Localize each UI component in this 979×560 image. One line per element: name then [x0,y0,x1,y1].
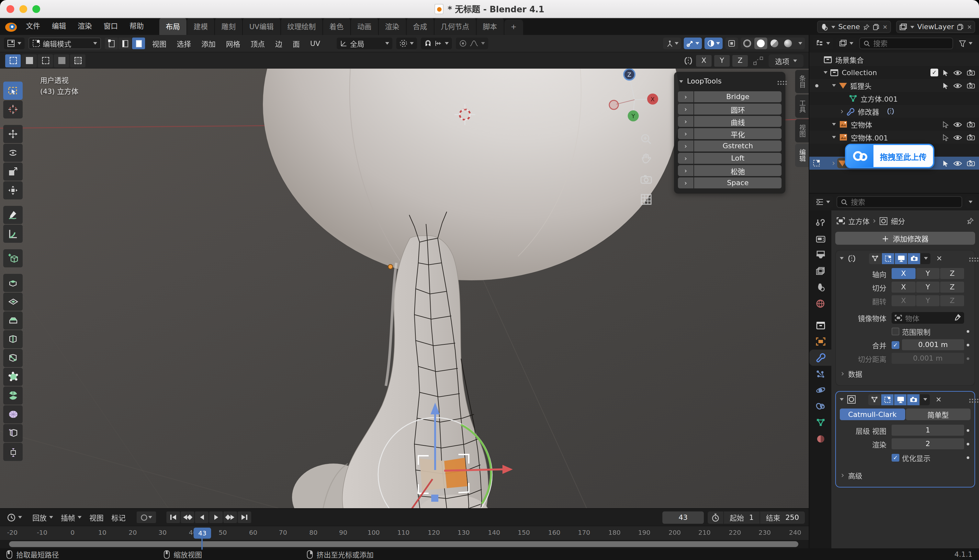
menu-uv[interactable]: UV [307,39,324,48]
advanced-section-toggle[interactable]: › 高级 [836,467,974,483]
pin-icon[interactable] [967,217,974,224]
selectable-icon[interactable] [943,121,949,128]
modifier-grip-icon[interactable] [969,258,971,259]
row-collection[interactable]: Collection ✓ [809,66,979,79]
tab-tool-properties[interactable] [809,214,831,230]
show-on-cage-toggle[interactable] [868,394,881,405]
menu-edge[interactable]: 边 [272,38,285,48]
mirror-object-field[interactable]: 物体 [892,312,964,323]
menu-add[interactable]: 添加 [198,38,219,48]
tool-poly-build[interactable] [3,368,23,386]
sidebar-tab-tool[interactable]: 工具 [795,95,809,118]
pin-icon[interactable] [863,23,870,30]
catmull-clark-button[interactable]: Catmull-Clark [840,408,905,420]
simple-button[interactable]: 简单型 [906,408,971,420]
bisect-y-button[interactable]: Y [916,282,939,293]
sidebar-tab-view[interactable]: 视图 [795,119,809,142]
solid-shading-button[interactable] [754,38,767,49]
snap-dropdown[interactable] [420,38,452,49]
eye-icon[interactable] [953,122,962,127]
proportional-edit-buttons[interactable] [455,38,488,49]
tab-material-properties[interactable] [809,430,831,447]
tab-uv-editing[interactable]: UV编辑 [243,17,280,35]
camera-icon[interactable] [967,134,975,140]
tool-annotate[interactable] [3,206,23,224]
modifier-grip-icon[interactable] [969,399,971,400]
tool-knife[interactable] [3,349,23,367]
row-cube-001-data[interactable]: 立方体.001 [809,92,979,105]
add-modifier-button[interactable]: + 添加修改器 [835,232,975,245]
add-workspace-button[interactable]: + [504,19,523,35]
tool-add-cube[interactable] [3,249,23,267]
eye-icon[interactable] [953,160,962,166]
levels-render-field[interactable]: 2 [892,438,964,449]
timeline-editor-type-button[interactable] [4,512,25,523]
tab-scripting[interactable]: 脚本 [476,17,504,35]
eye-icon[interactable] [953,83,962,88]
balloon-head-mesh[interactable] [263,68,680,280]
copy-icon[interactable] [957,23,964,30]
merge-value-field[interactable]: 0.001 m [902,339,964,350]
gstretch-expand-button[interactable]: › [678,140,694,152]
use-preview-range-button[interactable] [708,511,723,523]
show-gizmo-toggle[interactable] [684,38,702,49]
playhead[interactable]: 43 [193,528,211,538]
menu-playback[interactable]: 回放 [29,512,56,522]
correct-face-attributes-icon[interactable] [753,56,763,65]
camera-icon[interactable] [967,160,975,167]
show-visibilities-dropdown[interactable] [663,38,681,49]
select-intersect-button[interactable] [70,54,85,67]
viewlayer-name[interactable]: ViewLayer [917,23,954,31]
camera-view-button[interactable] [639,172,653,187]
loft-expand-button[interactable]: › [678,153,694,164]
properties-search-input[interactable] [851,198,957,206]
loft-button[interactable]: Loft [694,153,782,164]
space-button[interactable]: Space [694,177,782,188]
tool-loop-cut[interactable] [3,330,23,348]
tab-collection-properties[interactable] [809,317,831,333]
tool-measure[interactable] [3,225,23,243]
selectable-icon[interactable] [943,160,949,167]
gizmo-x-arrow[interactable] [444,469,502,471]
tab-physics-properties[interactable] [809,382,831,398]
viewlayer-selector[interactable]: ViewLayer ✕ [896,21,975,33]
tab-render-properties[interactable] [809,230,831,247]
tool-box-select[interactable] [3,82,23,100]
tool-move[interactable] [3,125,23,143]
editor-type-button[interactable] [4,38,25,49]
show-render-toggle[interactable] [908,253,920,264]
tab-data-properties[interactable] [809,414,831,430]
clipping-checkbox[interactable] [892,327,899,335]
show-in-editmode-toggle[interactable] [882,253,894,264]
menu-select[interactable]: 选择 [173,38,194,48]
circle-button[interactable]: 圆环 [694,103,782,115]
select-subtract-button[interactable] [38,54,53,67]
tab-rendering[interactable]: 渲染 [379,17,406,35]
properties-options-button[interactable] [966,196,976,208]
row-empty-image[interactable]: 空物体 [809,118,979,131]
show-realtime-toggle[interactable] [894,394,906,405]
viewport-3d[interactable]: Z X Y 用户透视 (43) 立方体 [0,68,809,508]
selectable-icon[interactable] [943,69,949,76]
show-on-cage-toggle[interactable] [869,253,881,264]
mirror-modifier-header[interactable]: ✕ [836,250,974,266]
zoom-view-button[interactable] [639,132,653,146]
tab-viewlayer-properties[interactable] [809,263,831,279]
levels-viewport-field[interactable]: 1 [892,425,964,436]
axis-x-button[interactable]: X [892,268,915,279]
menu-file[interactable]: 文件 [21,17,45,35]
circle-expand-button[interactable]: › [678,103,694,115]
scene-selector[interactable]: Scene ✕ [817,21,891,33]
relax-expand-button[interactable]: › [678,165,694,176]
upload-drop-overlay[interactable]: 拖拽至此上传 [845,144,934,168]
tab-world-properties[interactable] [809,295,831,312]
menu-help[interactable]: 帮助 [124,17,149,35]
selectable-icon[interactable] [943,134,949,141]
tab-constraint-properties[interactable] [809,398,831,414]
tool-bevel[interactable] [3,312,23,330]
tool-scale[interactable] [3,162,23,181]
end-frame-field[interactable]: 结束 250 [760,511,805,523]
tool-inset-faces[interactable] [3,293,23,311]
tool-transform[interactable] [3,181,23,199]
tool-shrink-fatten[interactable] [3,443,23,461]
